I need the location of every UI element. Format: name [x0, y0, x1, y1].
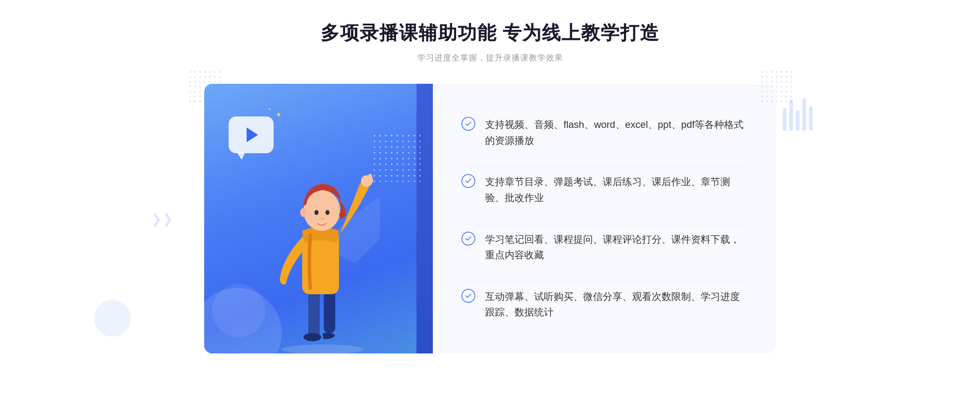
feature-item-2: 支持章节目录、弹题考试、课后练习、课后作业、章节测验、批改作业	[461, 166, 747, 213]
sparkle-icon: ✦	[276, 110, 282, 119]
svg-point-8	[300, 208, 307, 217]
deco-circle-left	[94, 300, 131, 337]
page-container: 多项录播课辅助功能 专为线上教学打造 学习进度全掌握，提升录播课教学效果 ✦ ✦	[0, 0, 980, 398]
play-bubble	[229, 116, 274, 153]
feature-item-3: 学习笔记回看、课程提问、课程评论打分、课件资料下载，重点内容收藏	[461, 224, 747, 271]
subtitle: 学习进度全掌握，提升录播课教学效果	[321, 52, 660, 63]
chevron-icon-1: ❯❯	[151, 212, 173, 226]
feature-text-2: 支持章节目录、弹题考试、课后练习、课后作业、章节测验、批改作业	[485, 174, 747, 206]
main-title: 多项录播课辅助功能 专为线上教学打造	[321, 20, 660, 46]
check-icon-1	[461, 117, 475, 131]
header-section: 多项录播课辅助功能 专为线上教学打造 学习进度全掌握，提升录播课教学效果	[321, 20, 660, 63]
stripes-decoration	[783, 98, 813, 131]
svg-rect-2	[324, 288, 335, 333]
svg-rect-1	[308, 288, 320, 337]
feature-text-4: 互动弹幕、试听购买、微信分享、观看次数限制、学习进度跟踪、数据统计	[485, 289, 747, 320]
features-panel: 支持视频、音频、flash、word、excel、ppt、pdf等各种格式的资源…	[433, 84, 776, 353]
feature-item-4: 互动弹幕、试听购买、微信分享、观看次数限制、学习进度跟踪、数据统计	[461, 281, 747, 328]
check-icon-3	[461, 232, 475, 246]
sparkle-small-icon: ✦	[267, 106, 272, 112]
content-area: ✦ ✦	[204, 84, 776, 353]
svg-point-9	[325, 210, 330, 215]
stripe-4	[802, 98, 806, 131]
stripe-1	[783, 108, 786, 131]
play-icon	[247, 127, 258, 142]
person-illustration	[257, 149, 380, 353]
stripe-2	[789, 100, 793, 131]
stripe-3	[796, 110, 800, 131]
feature-text-1: 支持视频、音频、flash、word、excel、ppt、pdf等各种格式的资源…	[485, 117, 747, 148]
svg-point-10	[314, 210, 318, 215]
svg-point-3	[303, 333, 321, 341]
illustration-panel: ✦ ✦	[204, 84, 433, 353]
svg-point-0	[282, 344, 363, 353]
blue-strip	[416, 84, 433, 353]
check-icon-2	[461, 174, 475, 188]
feature-text-3: 学习笔记回看、课程提问、课程评论打分、课件资料下载，重点内容收藏	[485, 232, 747, 263]
left-chevrons: ❯❯	[151, 212, 173, 226]
check-icon-4	[461, 289, 475, 303]
stripe-5	[809, 106, 813, 131]
feature-item-1: 支持视频、音频、flash、word、excel、ppt、pdf等各种格式的资源…	[461, 110, 747, 156]
decorative-dots-right	[760, 69, 792, 102]
